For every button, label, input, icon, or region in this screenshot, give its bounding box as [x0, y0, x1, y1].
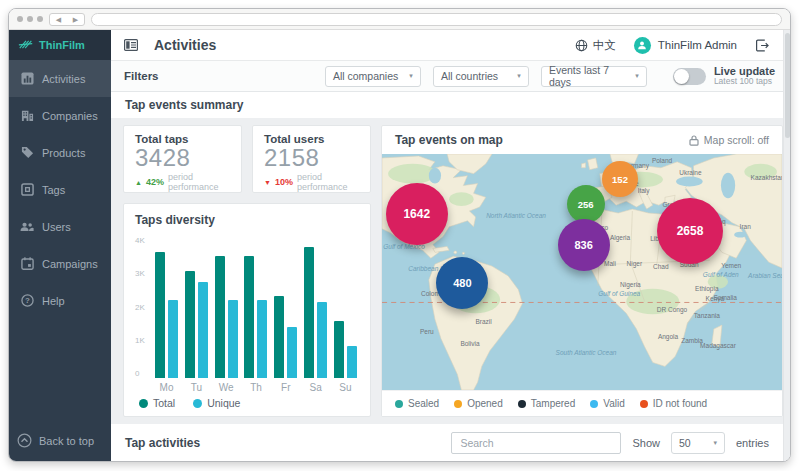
- sidebar-item-activities[interactable]: Activities: [9, 60, 111, 97]
- map-legend-item-sealed: Sealed: [395, 398, 439, 409]
- legend-item-unique[interactable]: Unique: [193, 397, 240, 409]
- chart-plot: MoTuWeThFrSaSu: [153, 236, 359, 393]
- entries-label: entries: [736, 437, 769, 449]
- legend-label: Total: [153, 397, 175, 409]
- bar-unique[interactable]: [228, 300, 238, 378]
- sidebar-item-label: Tags: [42, 184, 65, 196]
- window-control-dots[interactable]: [17, 16, 43, 22]
- top-bar: Activities 中文 ThinFilm Admin: [111, 30, 790, 61]
- scrollbar[interactable]: [783, 30, 790, 461]
- chart-legend: TotalUnique: [135, 397, 359, 409]
- sidebar: ThinFilm ActivitiesCompaniesProductsTags…: [9, 30, 111, 461]
- chart-y-axis: 4K3K2K1K0: [135, 236, 153, 378]
- legend-label: Unique: [207, 397, 240, 409]
- legend-item-total[interactable]: Total: [139, 397, 175, 409]
- bar-total[interactable]: [334, 321, 344, 378]
- window-dot-icon[interactable]: [17, 16, 23, 22]
- live-update-toggle[interactable]: [673, 68, 706, 85]
- users-icon: [20, 220, 34, 233]
- x-tick-label: Th: [250, 382, 262, 393]
- sidebar-nav: ActivitiesCompaniesProductsTagsUsersCamp…: [9, 60, 111, 319]
- sidebar-item-label: Users: [42, 221, 71, 233]
- bar-unique[interactable]: [347, 346, 357, 378]
- map-bubble-1642[interactable]: 1642: [386, 183, 448, 245]
- map-bubble-256[interactable]: 256: [567, 185, 605, 223]
- scrollbar-thumb[interactable]: [785, 33, 790, 138]
- live-update-sublabel: Latest 100 taps: [714, 77, 775, 86]
- map-bubble-152[interactable]: 152: [602, 161, 638, 197]
- x-tick-label: Mo: [160, 382, 174, 393]
- sidebar-item-users[interactable]: Users: [9, 208, 111, 245]
- tap-activities-title: Tap activities: [125, 436, 200, 450]
- map-bubble-480[interactable]: 480: [436, 257, 488, 309]
- taps-diversity-card: Taps diversity 4K3K2K1K0 MoTuWeThFrSaSu …: [123, 203, 371, 417]
- legend-label: Valid: [603, 398, 625, 409]
- filter-dropdown-all-countries[interactable]: All countries▾: [433, 66, 529, 87]
- page-size-select[interactable]: 50 ▾: [671, 432, 725, 454]
- bar-unique[interactable]: [317, 302, 327, 378]
- chart-title: Taps diversity: [135, 213, 359, 227]
- bar-unique[interactable]: [168, 300, 178, 378]
- map-scroll-control[interactable]: Map scroll: off: [689, 134, 769, 146]
- logout-icon[interactable]: [755, 39, 769, 52]
- bar-unique[interactable]: [287, 327, 297, 378]
- sidebar-item-products[interactable]: Products: [9, 134, 111, 171]
- chevron-down-icon: ▾: [409, 72, 413, 80]
- bar-total[interactable]: [244, 256, 254, 378]
- back-to-top-label: Back to top: [39, 435, 94, 447]
- stat-delta: 10%: [275, 177, 293, 187]
- sidebar-item-help[interactable]: ?Help: [9, 282, 111, 319]
- app-logo-text: ThinFilm: [39, 39, 85, 51]
- delta-arrow-icon: ▲: [135, 179, 142, 186]
- sidebar-item-companies[interactable]: Companies: [9, 97, 111, 134]
- stat-delta: 42%: [146, 177, 164, 187]
- page-size-value: 50: [679, 437, 691, 449]
- sidebar-item-campaigns[interactable]: Campaigns: [9, 245, 111, 282]
- filter-dropdown-events-last-7-days[interactable]: Events last 7 days▾: [541, 66, 647, 87]
- forward-icon[interactable]: ▶: [73, 16, 78, 23]
- back-to-top-button[interactable]: Back to top: [9, 421, 111, 461]
- language-switcher[interactable]: 中文: [593, 38, 616, 53]
- bar-group-th: Th: [244, 236, 267, 393]
- browser-window: ◀ ▶ ThinFilm ActivitiesCompaniesProducts…: [8, 8, 791, 462]
- bar-unique[interactable]: [198, 282, 208, 378]
- panel-toggle-icon[interactable]: [124, 39, 138, 51]
- stat-note: period performance: [297, 172, 359, 192]
- world-map[interactable]: North Atlantic OceanSouth Atlantic Ocean…: [382, 154, 782, 390]
- bar-total[interactable]: [155, 252, 165, 378]
- bar-total[interactable]: [215, 256, 225, 378]
- filter-dropdown-all-companies[interactable]: All companies▾: [325, 66, 421, 87]
- nfc-tag-icon: [20, 183, 34, 196]
- map-legend-item-id-not-found: ID not found: [640, 398, 707, 409]
- tap-activities-band: Tap activities Show 50 ▾ entries: [111, 424, 783, 461]
- bar-unique[interactable]: [257, 300, 267, 378]
- browser-nav-buttons[interactable]: ◀ ▶: [49, 13, 85, 26]
- url-bar[interactable]: [91, 13, 782, 26]
- help-circle-icon: ?: [20, 294, 34, 307]
- stat-card-total-taps: Total taps3428▲42%period performance: [123, 125, 242, 193]
- dropdown-value: All countries: [441, 70, 498, 82]
- bar-total[interactable]: [304, 247, 314, 378]
- sidebar-item-label: Activities: [42, 73, 85, 85]
- globe-icon[interactable]: [575, 39, 588, 52]
- stat-value: 2158: [264, 145, 359, 171]
- legend-dot-icon: [590, 400, 598, 408]
- legend-dot-icon: [193, 399, 202, 408]
- window-dot-icon[interactable]: [37, 16, 43, 22]
- stat-card-total-users: Total users2158▼10%period performance: [252, 125, 371, 193]
- window-dot-icon[interactable]: [27, 16, 33, 22]
- sidebar-item-tags[interactable]: Tags: [9, 171, 111, 208]
- user-avatar-icon[interactable]: [634, 37, 651, 54]
- legend-dot-icon: [139, 399, 148, 408]
- sidebar-item-label: Help: [42, 295, 65, 307]
- back-icon[interactable]: ◀: [56, 16, 61, 23]
- map-bubble-836[interactable]: 836: [558, 219, 610, 271]
- map-bubble-2658[interactable]: 2658: [657, 198, 723, 264]
- map-legend: SealedOpenedTamperedValidID not found: [382, 390, 782, 416]
- browser-chrome: ◀ ▶: [9, 9, 790, 30]
- bar-group-we: We: [215, 236, 238, 393]
- bar-total[interactable]: [185, 271, 195, 378]
- user-name[interactable]: ThinFilm Admin: [658, 39, 737, 51]
- bar-total[interactable]: [274, 296, 284, 378]
- search-input[interactable]: [451, 432, 621, 454]
